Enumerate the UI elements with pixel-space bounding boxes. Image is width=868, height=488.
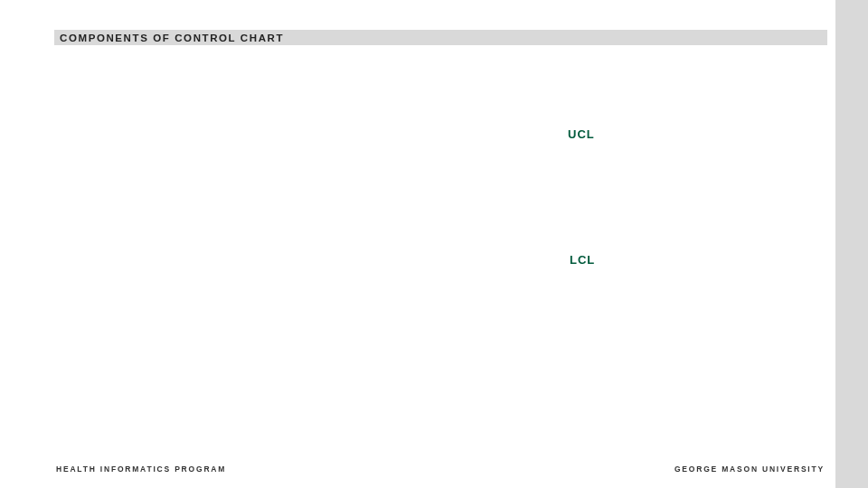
- slide-title: COMPONENTS OF CONTROL CHART: [60, 33, 284, 43]
- slide: COMPONENTS OF CONTROL CHART UCL LCL HEAL…: [0, 0, 868, 488]
- right-margin-strip: [835, 0, 868, 488]
- footer-right: GEORGE MASON UNIVERSITY: [675, 465, 825, 474]
- lcl-label: LCL: [570, 253, 595, 267]
- ucl-label: UCL: [568, 127, 595, 141]
- footer-left: HEALTH INFORMATICS PROGRAM: [56, 465, 226, 474]
- title-bar: COMPONENTS OF CONTROL CHART: [54, 30, 827, 45]
